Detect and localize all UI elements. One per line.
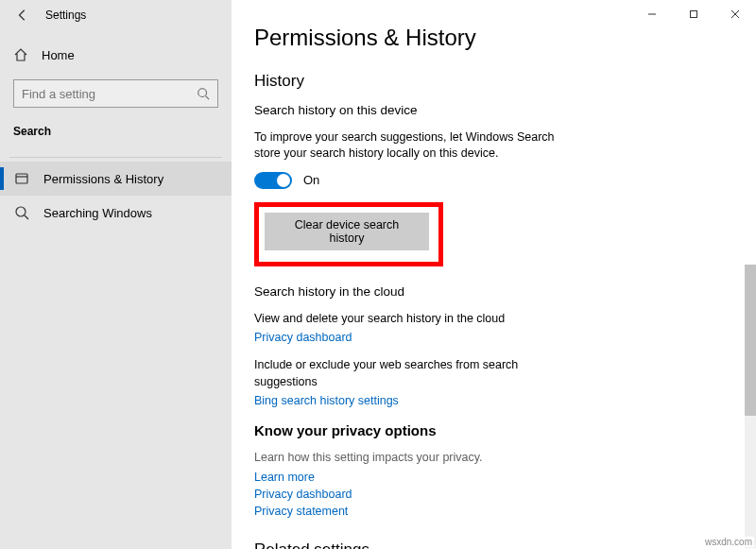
titlebar: Settings (0, 0, 232, 30)
privacy-heading: Know your privacy options (254, 422, 733, 438)
home-label: Home (42, 48, 75, 62)
bing-history-link[interactable]: Bing search history settings (254, 394, 733, 407)
search-icon (197, 87, 210, 100)
device-history-desc: To improve your search suggestions, let … (254, 129, 576, 163)
clear-history-button[interactable]: Clear device search history (265, 213, 429, 250)
window-title: Settings (45, 9, 86, 22)
back-arrow-icon (16, 9, 29, 22)
svg-rect-7 (691, 11, 697, 18)
nav-section-header: Search (0, 119, 232, 149)
minimize-icon (647, 9, 657, 19)
nav-permissions-history[interactable]: Permissions & History (0, 162, 232, 196)
related-heading: Related settings (254, 540, 733, 549)
history-toggle[interactable] (254, 172, 292, 189)
device-history-heading: Search history on this device (254, 102, 576, 120)
divider (9, 157, 222, 158)
search-nav-icon (13, 205, 30, 220)
window-controls (631, 0, 756, 28)
home-icon (13, 47, 28, 62)
home-nav[interactable]: Home (0, 38, 232, 72)
web-search-desc: Include or exclude your web searches fro… (254, 357, 576, 390)
page-title: Permissions & History (254, 25, 733, 51)
minimize-button[interactable] (631, 0, 673, 28)
scrollbar-thumb[interactable] (745, 265, 756, 416)
cloud-history-heading: Search history in the cloud (254, 283, 576, 301)
search-input[interactable] (22, 87, 197, 101)
sidebar: Settings Home Search Permissions & Histo… (0, 0, 232, 549)
nav-searching-windows[interactable]: Searching Windows (0, 196, 232, 230)
privacy-desc: Learn how this setting impacts your priv… (254, 450, 576, 467)
maximize-icon (689, 9, 698, 19)
permissions-icon (13, 171, 30, 186)
privacy-statement-link[interactable]: Privacy statement (254, 505, 733, 518)
privacy-dashboard-link[interactable]: Privacy dashboard (254, 331, 733, 344)
history-toggle-row: On (254, 172, 733, 189)
learn-more-link[interactable]: Learn more (254, 471, 733, 484)
nav-item-label: Searching Windows (43, 206, 152, 220)
highlight-box: Clear device search history (254, 202, 443, 266)
close-icon (730, 9, 740, 19)
maximize-button[interactable] (673, 0, 714, 28)
svg-line-5 (25, 215, 28, 219)
toggle-label: On (303, 173, 319, 187)
search-box[interactable] (13, 79, 218, 108)
svg-line-1 (206, 96, 210, 100)
close-button[interactable] (714, 0, 756, 28)
nav-item-label: Permissions & History (43, 172, 163, 186)
privacy-dashboard-link-2[interactable]: Privacy dashboard (254, 488, 733, 501)
history-heading: History (254, 72, 733, 91)
back-button[interactable] (13, 6, 32, 25)
svg-rect-2 (16, 174, 27, 183)
svg-point-0 (198, 89, 207, 97)
svg-point-4 (16, 207, 26, 216)
watermark: wsxdn.com (703, 537, 754, 547)
scrollbar[interactable] (745, 265, 756, 548)
cloud-history-desc: View and delete your search history in t… (254, 311, 576, 328)
content-area: Permissions & History History Search his… (232, 0, 756, 549)
